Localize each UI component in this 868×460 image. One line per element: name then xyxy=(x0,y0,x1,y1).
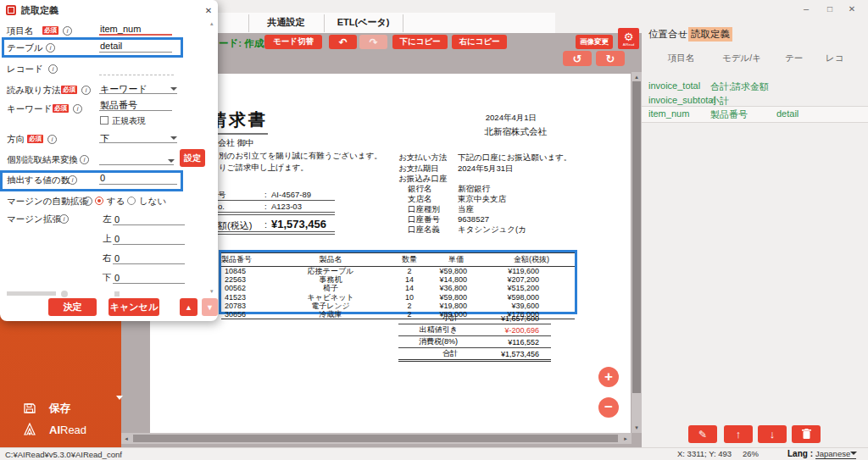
dialog-move-down-button[interactable]: ▼ xyxy=(202,298,218,316)
margin-auto-yes-radio[interactable] xyxy=(95,197,103,205)
dialog-scroll-down-icon[interactable]: ▾ xyxy=(210,288,214,294)
info-icon[interactable]: i xyxy=(83,197,92,206)
minimize-button[interactable]: – xyxy=(798,2,814,15)
settings-gear-button[interactable]: ⚙ AIRead xyxy=(618,28,639,49)
info-icon[interactable]: i xyxy=(73,104,82,114)
definition-row-name[interactable]: invoice_total xyxy=(648,80,700,91)
undo-button[interactable]: ↶ xyxy=(329,35,357,49)
info-icon[interactable]: i xyxy=(48,64,58,74)
zoom-in-button[interactable]: + xyxy=(598,367,619,387)
close-window-button[interactable]: ✕ xyxy=(844,2,860,15)
margin-right-underline xyxy=(113,263,185,264)
sidebar-item-save[interactable]: 保存 xyxy=(0,399,121,418)
language-select[interactable]: Japanese xyxy=(815,448,856,459)
margin-top-input[interactable]: 0 xyxy=(114,234,120,244)
cell: 30856 xyxy=(221,310,274,319)
dialog-close-button[interactable]: ✕ xyxy=(202,3,215,17)
table-row: 41523 キャビネット 10 ¥59,800 ¥598,000 xyxy=(221,293,575,302)
chevron-down-icon[interactable] xyxy=(170,87,177,91)
info-icon[interactable]: i xyxy=(81,86,91,95)
scroll-right-arrow[interactable]: ▸ xyxy=(620,433,631,444)
vertical-scrollbar-thumb[interactable] xyxy=(632,81,641,393)
horizontal-scrollbar[interactable]: ◂ ▸ xyxy=(121,433,632,444)
payment-value: 9638527 xyxy=(458,214,489,224)
info-icon[interactable]: i xyxy=(80,155,89,164)
zoom-out-button[interactable]: − xyxy=(598,397,619,418)
ok-button[interactable]: 決定 xyxy=(48,298,97,316)
info-icon[interactable]: i xyxy=(63,26,72,36)
extract-count-input[interactable]: 0 xyxy=(100,173,105,183)
dialog-move-up-button[interactable]: ▲ xyxy=(180,298,198,316)
payment-label: 口座名義 xyxy=(408,224,440,236)
redo-button[interactable]: ↷ xyxy=(359,35,387,49)
chevron-down-icon[interactable] xyxy=(170,136,177,140)
cell: 14 xyxy=(387,284,431,292)
cell: 20783 xyxy=(221,302,274,310)
margin-left-input[interactable]: 0 xyxy=(114,214,120,224)
clipped-field-remnant xyxy=(114,291,120,297)
scroll-down-arrow[interactable]: ▾ xyxy=(632,423,642,431)
move-up-button[interactable]: ↑ xyxy=(724,425,753,443)
rotate-left-button[interactable]: ↺ xyxy=(563,51,592,66)
definition-row-model[interactable]: 合計;請求金額 xyxy=(710,80,769,93)
tab-common-settings[interactable]: 共通設定 xyxy=(248,13,324,32)
col-header: 金額(税抜) xyxy=(481,253,575,267)
table-field-input[interactable]: detail xyxy=(100,41,122,51)
regex-checkbox[interactable] xyxy=(100,116,108,125)
copy-down-button[interactable]: 下にコピー xyxy=(392,35,448,49)
cancel-button[interactable]: キャンセル xyxy=(108,298,159,316)
record-field-input[interactable] xyxy=(99,68,174,75)
cell: ¥19,800 xyxy=(431,302,481,310)
cell: ¥59,800 xyxy=(431,293,481,302)
table-row: 00562 椅子 14 ¥36,800 ¥515,200 xyxy=(221,284,575,292)
margin-auto-no-label: しない xyxy=(139,196,166,208)
info-icon[interactable]: i xyxy=(46,43,55,53)
definition-row-name[interactable]: invoice_subtotal xyxy=(648,95,715,105)
info-icon[interactable]: i xyxy=(68,175,77,185)
keyword-label: キーワード xyxy=(7,103,52,115)
definition-row-name[interactable]: item_num xyxy=(648,108,689,119)
dialog-app-icon xyxy=(6,5,16,15)
scroll-left-arrow[interactable]: ◂ xyxy=(121,433,131,444)
invoice-company: 北新宿株式会社 xyxy=(485,126,548,138)
totals-value: ¥1,657,600 xyxy=(458,314,551,323)
tab-etl-beta[interactable]: ETL(ベータ) xyxy=(324,13,403,32)
margin-right-input[interactable]: 0 xyxy=(114,253,120,263)
extract-count-underline xyxy=(99,184,177,185)
totals-value: ¥-200,696 xyxy=(458,326,551,335)
maximize-button[interactable]: □ xyxy=(822,2,837,15)
vertical-scrollbar[interactable]: ▴ ▾ xyxy=(632,72,642,433)
chevron-down-icon[interactable] xyxy=(168,159,175,163)
move-down-button[interactable]: ↓ xyxy=(758,425,787,443)
totals-value: ¥1,573,456 xyxy=(458,350,551,358)
info-icon[interactable]: i xyxy=(59,214,69,224)
definition-row-model[interactable]: 製品番号 xyxy=(710,108,748,121)
info-icon[interactable]: i xyxy=(47,135,57,144)
scroll-up-arrow[interactable]: ▴ xyxy=(632,72,642,80)
totals-label: 消費税(8%) xyxy=(398,336,458,347)
cell: 10845 xyxy=(221,267,274,276)
panel-tab-read-definition[interactable]: 読取定義 xyxy=(688,27,732,42)
totals-label: 合計 xyxy=(398,348,458,359)
definition-row-table[interactable]: detail xyxy=(776,108,798,119)
delete-definition-button[interactable] xyxy=(792,425,821,443)
payment-value: 2024年5月31日 xyxy=(458,163,513,175)
copy-right-button[interactable]: 右にコピー xyxy=(452,35,507,49)
chevron-down-icon xyxy=(850,452,857,455)
margin-bottom-label: 下 xyxy=(103,272,112,284)
margin-auto-no-radio[interactable] xyxy=(127,197,136,205)
edit-definition-button[interactable]: ✎ xyxy=(688,425,717,443)
horizontal-scrollbar-thumb[interactable] xyxy=(133,435,618,442)
dialog-scroll-up-icon[interactable]: ▴ xyxy=(210,20,214,26)
invoice-items-table: 製品番号 製品名 数量 単価 金額(税抜) 10845 応接テーブル 2 ¥59… xyxy=(221,252,575,319)
rotate-right-button[interactable]: ↻ xyxy=(596,51,625,66)
convert-settings-button[interactable]: 設定 xyxy=(180,149,205,167)
margin-bottom-input[interactable]: 0 xyxy=(114,273,120,283)
image-change-button[interactable]: 画像変更 xyxy=(576,35,613,49)
mode-switch-button[interactable]: モード切替 xyxy=(264,35,322,49)
zoom-percentage: 26% xyxy=(743,449,759,458)
cell: 冷蔵庫 xyxy=(274,310,387,319)
field-name-input[interactable]: item_num xyxy=(100,24,141,34)
clipped-field-remnant xyxy=(61,291,68,297)
panel-tab-align[interactable]: 位置合せ xyxy=(647,27,689,42)
